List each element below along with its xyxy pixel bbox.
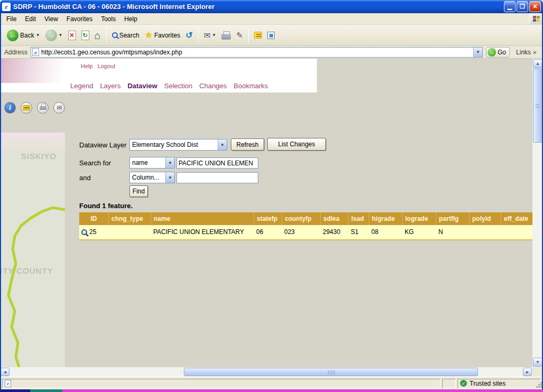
search-toolbar-button[interactable]: Search — [109, 30, 142, 41]
title-bar[interactable]: e SDRP - Humboldt CA - 06 - 06023 - Micr… — [0, 0, 543, 13]
col-header-name[interactable]: name — [151, 212, 254, 225]
and-column-select[interactable]: Column... ▼ — [129, 172, 175, 183]
links-menu[interactable]: Links » — [516, 49, 537, 56]
resize-grip[interactable] — [536, 381, 542, 388]
col-header-lsad[interactable]: lsad — [348, 212, 369, 225]
print-button[interactable] — [219, 30, 233, 41]
email-map-button[interactable]: ✉ — [53, 102, 65, 114]
search-text-input[interactable] — [176, 157, 258, 169]
cell-countyfp: 023 — [282, 225, 320, 239]
maximize-button[interactable]: ❐ — [517, 1, 528, 12]
status-mini-panel — [442, 379, 456, 388]
zoom-to-feature-icon[interactable] — [81, 229, 87, 235]
col-header-higrade[interactable]: higrade — [369, 212, 402, 225]
nav-selection[interactable]: Selection — [164, 82, 192, 90]
chevron-down-icon[interactable]: ▼ — [165, 157, 174, 168]
cell-higrade: 08 — [369, 225, 402, 239]
stop-icon: ✕ — [68, 31, 76, 40]
col-header-id[interactable]: ID — [79, 212, 108, 225]
ie-toolbar: ← Back ▼ → ▼ ✕ ↻ ⌂ Search ★ Favorites ↺ — [0, 25, 543, 46]
close-button[interactable]: ✕ — [529, 1, 541, 12]
nav-changes[interactable]: Changes — [199, 82, 227, 90]
vertical-scroll-thumb[interactable] — [533, 69, 542, 143]
document-icon: e — [5, 380, 11, 387]
forward-dropdown-icon[interactable]: ▼ — [59, 33, 63, 38]
vertical-scrollbar[interactable]: ▲ ▼ — [532, 59, 543, 367]
back-dropdown-icon[interactable]: ▼ — [36, 33, 40, 38]
address-dropdown-icon[interactable]: ▼ — [473, 48, 482, 57]
mail-button[interactable]: ✉ ▼ — [201, 29, 219, 42]
search-column-select[interactable]: name ▼ — [129, 157, 175, 169]
window-title: SDRP - Humboldt CA - 06 - 06023 - Micros… — [13, 3, 503, 11]
help-link[interactable]: Help — [81, 63, 93, 69]
edit-pencil-icon: ✎ — [236, 31, 243, 40]
refresh-layer-button[interactable]: Refresh — [231, 138, 264, 151]
nav-bookmarks[interactable]: Bookmarks — [233, 82, 268, 90]
menu-file[interactable]: File — [2, 14, 21, 24]
col-header-sdlea[interactable]: sdlea — [320, 212, 348, 225]
map-panel[interactable]: SISKIYO ITY COUNTY — [0, 133, 65, 367]
and-text-input[interactable] — [176, 172, 258, 183]
scroll-up-icon[interactable]: ▲ — [533, 59, 542, 68]
cell-id: 25 — [79, 225, 108, 239]
messenger-icon — [267, 32, 275, 39]
chevron-down-icon[interactable]: ▼ — [165, 172, 174, 183]
mail-dropdown-icon[interactable]: ▼ — [212, 33, 216, 38]
discuss-button[interactable] — [251, 30, 265, 40]
col-header-statefp[interactable]: statefp — [254, 212, 282, 225]
nav-layers[interactable]: Layers — [100, 82, 120, 90]
col-header-chng-type[interactable]: chng_type — [108, 212, 151, 225]
col-header-countyfp[interactable]: countyfp — [282, 212, 320, 225]
toolbar-separator — [248, 27, 249, 43]
address-input[interactable]: e http://ecots1.geo.census.gov/mtpsmaps/… — [31, 47, 483, 58]
horizontal-scroll-thumb[interactable] — [184, 368, 478, 376]
stop-button[interactable]: ✕ — [65, 29, 79, 42]
scroll-left-icon[interactable]: ◄ — [1, 368, 10, 376]
edit-button[interactable]: ✎ — [233, 29, 246, 42]
minimize-button[interactable]: ▁ — [504, 1, 516, 12]
table-header-row: ID chng_type name statefp countyfp sdlea… — [79, 212, 532, 225]
col-header-eff-date[interactable]: eff_date — [501, 212, 532, 225]
cell-name: PACIFIC UNION ELEMENTARY — [151, 225, 254, 239]
menu-edit[interactable]: Edit — [21, 14, 40, 24]
nav-legend[interactable]: Legend — [70, 82, 93, 90]
mail-icon: ✉ — [204, 31, 211, 40]
print-map-button[interactable] — [37, 102, 49, 114]
refresh-button[interactable]: ↻ — [79, 29, 92, 42]
scroll-down-icon[interactable]: ▼ — [533, 358, 542, 367]
map-label-siskiyou: SISKIYO — [21, 152, 57, 161]
chevron-down-icon[interactable]: ▼ — [218, 139, 227, 150]
trusted-sites-check-icon: ✓ — [460, 380, 467, 387]
horizontal-scrollbar[interactable]: ◄ ► — [0, 367, 532, 377]
logout-link[interactable]: Logout — [98, 63, 116, 69]
page-icon: e — [32, 48, 39, 56]
list-changes-button[interactable]: List Changes — [267, 138, 326, 151]
home-button[interactable]: ⌂ — [92, 29, 104, 42]
go-button[interactable]: → Go — [486, 47, 510, 58]
go-arrow-icon: → — [488, 48, 496, 57]
info-button[interactable]: i — [4, 102, 16, 114]
nav-dataview[interactable]: Dataview — [127, 82, 157, 90]
messenger-button[interactable] — [265, 30, 277, 41]
col-header-polyid[interactable]: polyid — [469, 212, 501, 225]
menu-favorites[interactable]: Favorites — [62, 14, 97, 24]
menu-help[interactable]: Help — [120, 14, 142, 24]
favorites-button[interactable]: ★ Favorites — [142, 28, 183, 42]
find-button[interactable]: Find — [129, 185, 148, 197]
col-header-lograde[interactable]: lograde — [402, 212, 436, 225]
col-header-partflg[interactable]: partflg — [436, 212, 469, 225]
zone-label: Trusted sites — [470, 380, 505, 387]
nav-tabs: Legend Layers Dataview Selection Changes… — [70, 82, 268, 90]
result-count-text: Found 1 feature. — [79, 202, 133, 210]
windows-logo — [529, 13, 543, 24]
dataview-layer-label: Dataview Layer — [79, 141, 127, 149]
back-button[interactable]: ← Back ▼ — [4, 28, 43, 43]
session-links: Help Logout — [81, 63, 115, 69]
scroll-right-icon[interactable]: ► — [523, 368, 532, 376]
dataview-layer-select[interactable]: Elementary School Dist ▼ — [129, 139, 227, 151]
wms-button[interactable] — [21, 102, 32, 114]
history-button[interactable]: ↺ — [183, 29, 195, 42]
menu-view[interactable]: View — [40, 14, 62, 24]
forward-button[interactable]: → ▼ — [43, 28, 65, 43]
menu-tools[interactable]: Tools — [97, 14, 120, 24]
